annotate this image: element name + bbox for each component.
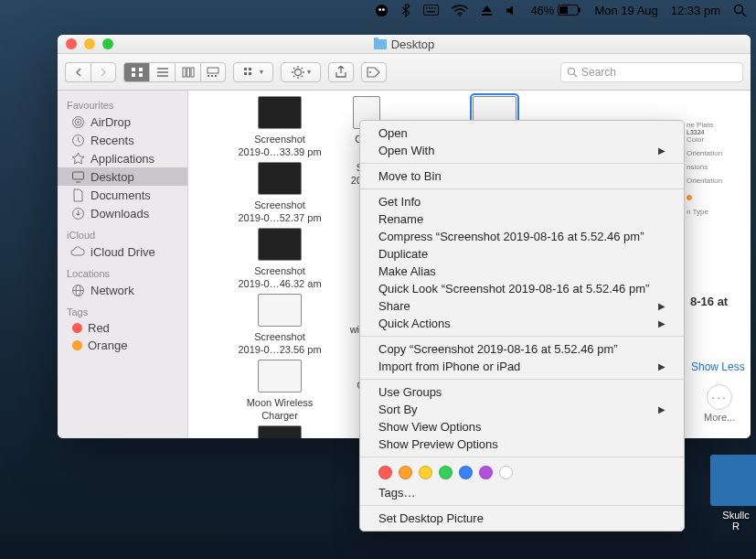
svg-line-37 <box>574 74 577 77</box>
sidebar-item-applications[interactable]: Applications <box>58 149 187 167</box>
svg-rect-27 <box>208 75 209 77</box>
cm-open[interactable]: Open <box>360 124 684 142</box>
show-less-link[interactable]: Show Less <box>691 360 747 373</box>
eject-icon[interactable] <box>481 5 493 16</box>
cm-rename[interactable]: Rename <box>360 210 684 228</box>
sidebar-item-downloads[interactable]: Downloads <box>58 204 187 222</box>
spotlight-icon[interactable] <box>733 4 747 17</box>
cm-sort-by[interactable]: Sort By▶ <box>360 401 684 418</box>
submenu-arrow-icon: ▶ <box>658 301 665 311</box>
cm-tag-orange[interactable] <box>399 466 412 479</box>
cm-separator <box>360 336 684 337</box>
file-item[interactable] <box>225 425 335 438</box>
cm-copy[interactable]: Copy “Screenshot 2019-08-16 at 5.52.46 p… <box>360 340 684 358</box>
minimize-button[interactable] <box>84 38 95 49</box>
file-item[interactable]: Screenshot2019-0…52.37 pm <box>225 162 335 223</box>
battery-status[interactable]: 46% <box>530 4 581 17</box>
sidebar-item-tag-red[interactable]: Red <box>58 319 187 337</box>
tags-button[interactable] <box>361 62 387 82</box>
cm-open-with[interactable]: Open With▶ <box>360 142 684 159</box>
submenu-arrow-icon: ▶ <box>658 318 665 328</box>
file-item[interactable]: Screenshot2019-0…23.56 pm <box>225 294 335 355</box>
cm-quick-actions[interactable]: Quick Actions▶ <box>360 315 684 332</box>
menubar-date[interactable]: Mon 19 Aug <box>594 4 657 17</box>
group-by-button[interactable]: ▾ <box>233 62 273 82</box>
sidebar-item-tag-orange[interactable]: Orange <box>58 337 187 354</box>
share-button[interactable] <box>328 62 354 82</box>
window-controls <box>58 38 113 49</box>
cm-separator <box>360 457 684 457</box>
keyboard-icon[interactable] <box>423 5 439 16</box>
svg-rect-30 <box>244 68 247 70</box>
back-button[interactable] <box>65 62 91 82</box>
desktop-file[interactable]: Skullc R <box>705 455 756 532</box>
column-view-button[interactable] <box>175 62 200 82</box>
sidebar-item-icloud-drive[interactable]: iCloud Drive <box>58 242 187 261</box>
cm-make-alias[interactable]: Make Alias <box>360 263 684 280</box>
search-input[interactable]: Search <box>560 62 743 82</box>
volume-icon[interactable] <box>506 5 517 16</box>
svg-rect-19 <box>139 73 143 77</box>
icon-view-button[interactable] <box>123 62 149 82</box>
sidebar-item-airdrop[interactable]: AirDrop <box>58 113 187 131</box>
cm-tag-yellow[interactable] <box>419 466 432 479</box>
svg-rect-5 <box>429 7 431 9</box>
cm-tag-green[interactable] <box>439 466 453 479</box>
cm-share[interactable]: Share▶ <box>360 297 684 315</box>
sidebar-item-network[interactable]: Network <box>58 281 187 299</box>
wifi-icon[interactable] <box>452 5 468 16</box>
submenu-arrow-icon: ▶ <box>658 361 665 371</box>
list-view-button[interactable] <box>149 62 175 82</box>
window-title-text: Desktop <box>391 38 435 51</box>
svg-point-35 <box>369 71 371 73</box>
folder-icon <box>374 39 387 49</box>
svg-rect-13 <box>579 8 580 13</box>
cm-tag-blue[interactable] <box>459 466 473 479</box>
svg-point-9 <box>459 15 461 16</box>
svg-point-36 <box>569 68 575 74</box>
sidebar-heading-locations: Locations <box>58 266 187 281</box>
action-button[interactable]: ▾ <box>281 62 321 82</box>
gallery-view-button[interactable] <box>200 62 226 82</box>
cm-tags[interactable]: Tags… <box>360 484 684 501</box>
cm-compress[interactable]: Compress “Screenshot 2019-08-16 at 5.52.… <box>360 228 684 245</box>
sidebar-item-recents[interactable]: Recents <box>58 131 187 149</box>
sidebar-item-desktop[interactable]: Desktop <box>58 167 187 186</box>
menubar: 46% Mon 19 Aug 12:33 pm <box>366 0 756 20</box>
cm-quick-look[interactable]: Quick Look “Screenshot 2019-08-16 at 5.5… <box>360 280 684 297</box>
file-thumb <box>258 294 302 327</box>
cm-tag-purple[interactable] <box>479 466 493 479</box>
menubar-time[interactable]: 12:33 pm <box>671 4 720 17</box>
svg-rect-31 <box>249 68 251 70</box>
sidebar-item-documents[interactable]: Documents <box>58 186 187 204</box>
cm-tag-red[interactable] <box>378 466 392 479</box>
cm-use-groups[interactable]: Use Groups <box>360 383 684 401</box>
cm-move-to-bin[interactable]: Move to Bin <box>360 167 684 185</box>
app-icon[interactable] <box>375 4 389 17</box>
svg-rect-8 <box>427 11 435 13</box>
icloud-icon <box>70 244 85 259</box>
svg-rect-23 <box>183 68 186 77</box>
close-button[interactable] <box>66 38 77 49</box>
cm-set-desktop[interactable]: Set Desktop Picture <box>360 510 684 527</box>
zoom-button[interactable] <box>102 38 113 49</box>
cm-show-view-options[interactable]: Show View Options <box>360 418 684 435</box>
tag-dot-orange <box>72 340 82 350</box>
more-button[interactable]: ··· More... <box>704 384 735 423</box>
network-icon <box>70 283 85 297</box>
file-item[interactable]: Screenshot2019-0…46.32 am <box>225 228 335 289</box>
svg-point-2 <box>382 8 385 11</box>
file-item[interactable]: Screenshot2019-0…33.39 pm <box>225 96 335 157</box>
cm-import-iphone[interactable]: Import from iPhone or iPad▶ <box>360 358 684 375</box>
cm-show-preview-options[interactable]: Show Preview Options <box>360 435 684 453</box>
file-item[interactable]: Moon WirelessCharger <box>225 360 335 421</box>
bluetooth-icon[interactable] <box>401 4 410 17</box>
preview-filename: 8-16 at <box>690 295 728 308</box>
forward-button[interactable] <box>91 62 116 82</box>
svg-point-34 <box>294 69 301 75</box>
svg-rect-16 <box>132 68 135 71</box>
cm-tag-gray[interactable] <box>499 466 513 479</box>
cm-get-info[interactable]: Get Info <box>360 193 684 210</box>
cm-duplicate[interactable]: Duplicate <box>360 245 684 263</box>
nav-buttons <box>65 62 116 82</box>
